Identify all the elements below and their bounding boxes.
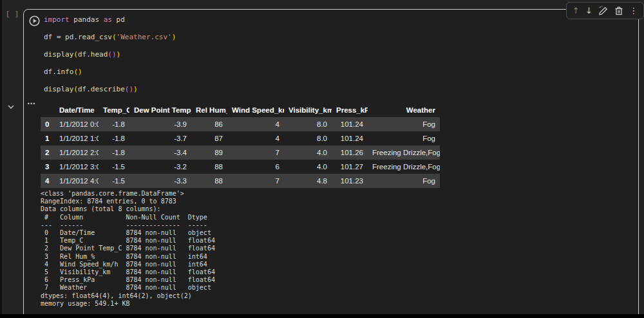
df-info-output: <class 'pandas.core.frame.DataFrame'> Ra…: [41, 190, 638, 308]
code-editor[interactable]: import pandas as pd df = pd.read_csv('We…: [44, 15, 176, 94]
output-options-button[interactable]: ⋯: [27, 98, 36, 108]
row-index: 4: [41, 174, 55, 188]
column-header: Date/Time: [55, 103, 99, 117]
table-cell: Fog: [368, 131, 440, 145]
code-line: display(df.describe()): [44, 85, 176, 94]
table-cell: -3.9: [129, 117, 191, 131]
table-cell: 101.23: [332, 174, 368, 188]
table-cell: -3.2: [129, 160, 191, 174]
cell-output-area: ⋯ Date/TimeTemp_CDew Point Temp_CRel Hum…: [24, 100, 638, 318]
table-cell: -1.8: [99, 145, 129, 160]
table-cell: 8.0: [284, 117, 332, 131]
code-line: df.info(): [44, 68, 176, 77]
table-cell: -3.4: [129, 145, 191, 160]
table-cell: 101.26: [332, 145, 368, 160]
pencil-sparkle-icon: [598, 6, 608, 15]
table-cell: 4: [227, 131, 284, 145]
code-line: [44, 42, 176, 51]
column-header: Weather: [368, 103, 440, 117]
table-cell: Fog: [368, 117, 440, 131]
row-index: 2: [41, 145, 55, 160]
code-line: [44, 24, 176, 33]
table-cell: 1/1/2012 3:00: [55, 160, 99, 174]
table-cell: 101.24: [332, 131, 368, 145]
table-cell: 1/1/2012 4:00: [55, 174, 99, 188]
table-cell: 88: [191, 160, 227, 174]
table-row: 11/1/2012 1:00-1.8-3.78748.0101.24Fog: [41, 131, 440, 145]
table-row: 01/1/2012 0:00-1.8-3.98648.0101.24Fog: [41, 117, 440, 131]
trash-icon: [614, 6, 623, 15]
column-header: Press_kPa: [332, 103, 368, 117]
table-cell: 4: [227, 117, 284, 131]
table-row: 21/1/2012 2:00-1.8-3.48974.0101.26Freezi…: [41, 145, 440, 160]
edit-cell-button[interactable]: [598, 6, 608, 15]
cell-toolbar: ↑ ↓ ⋮: [566, 2, 644, 19]
table-cell: 87: [191, 131, 227, 145]
window-bottom-edge: [0, 314, 644, 318]
notebook-cell: import pandas as pd df = pd.read_csv('We…: [23, 9, 639, 318]
table-cell: -1.5: [99, 160, 129, 174]
column-header: Rel Hum_%: [191, 103, 227, 117]
column-header: Temp_C: [99, 103, 129, 117]
code-line: display(df.head()): [44, 50, 176, 59]
table-cell: Freezing Drizzle,Fog: [368, 160, 440, 174]
table-cell: 89: [191, 145, 227, 160]
table-cell: Freezing Drizzle,Fog: [368, 145, 440, 160]
column-header: Dew Point Temp_C: [129, 103, 191, 117]
delete-cell-button[interactable]: [614, 6, 623, 15]
table-cell: 7: [227, 174, 284, 188]
table-cell: 101.24: [332, 117, 368, 131]
row-index: 3: [41, 160, 55, 174]
table-row: 41/1/2012 4:00-1.5-3.38874.8101.23Fog: [41, 174, 440, 188]
table-cell: 4.0: [284, 145, 332, 160]
table-cell: -3.7: [129, 131, 191, 145]
execution-count-label: [ ]: [6, 10, 19, 17]
more-actions-button[interactable]: ⋮: [629, 6, 638, 15]
table-cell: -1.5: [99, 174, 129, 188]
table-cell: 8.0: [284, 131, 332, 145]
code-line: import pandas as pd: [44, 15, 176, 24]
collapse-output-button[interactable]: [7, 100, 16, 107]
table-cell: -1.8: [99, 117, 129, 131]
table-cell: 101.27: [332, 160, 368, 174]
code-line: [44, 59, 176, 68]
table-cell: -3.3: [129, 174, 191, 188]
code-line: [44, 77, 176, 86]
table-cell: 1/1/2012 1:00: [55, 131, 99, 145]
table-cell: 7: [227, 145, 284, 160]
play-icon: [29, 15, 40, 26]
dataframe-head-table: Date/TimeTemp_CDew Point Temp_CRel Hum_%…: [41, 103, 440, 188]
column-header: Wind Speed_km/h: [227, 103, 284, 117]
row-index: 1: [41, 131, 55, 145]
column-header: Visibility_km: [284, 103, 332, 117]
table-cell: 4.8: [284, 174, 332, 188]
table-cell: -1.8: [99, 131, 129, 145]
chevron-down-icon: [7, 104, 15, 109]
table-cell: 1/1/2012 2:00: [55, 145, 99, 160]
table-cell: 86: [191, 117, 227, 131]
table-cell: Fog: [368, 174, 440, 188]
table-cell: 88: [191, 174, 227, 188]
code-line: df = pd.read_csv('Weather.csv'): [44, 33, 176, 42]
window-left-edge: [0, 0, 2, 318]
move-cell-down-button[interactable]: ↓: [585, 6, 592, 15]
table-cell: 6: [227, 160, 284, 174]
dataframe-head-header: Date/TimeTemp_CDew Point Temp_CRel Hum_%…: [41, 103, 440, 117]
run-cell-button[interactable]: [29, 15, 40, 26]
table-cell: 4.0: [284, 160, 332, 174]
column-header: [41, 103, 55, 117]
row-index: 0: [41, 117, 55, 131]
move-cell-up-button[interactable]: ↑: [573, 6, 580, 15]
table-row: 31/1/2012 3:00-1.5-3.28864.0101.27Freezi…: [41, 160, 440, 174]
table-cell: 1/1/2012 0:00: [55, 117, 99, 131]
